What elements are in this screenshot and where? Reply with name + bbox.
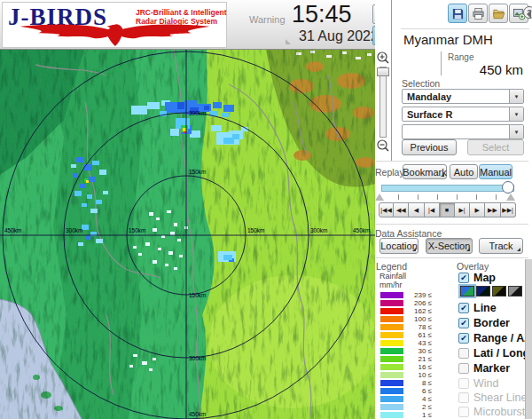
separator xyxy=(401,28,529,29)
checkbox xyxy=(458,392,469,403)
extra-dropdown[interactable]: ▼ xyxy=(402,124,524,139)
legend-row: 4 ≤ xyxy=(380,395,432,403)
overlay-item-microburst[interactable]: Microburst xyxy=(458,405,525,418)
slider-tick xyxy=(476,194,477,200)
selection-label: Selection xyxy=(402,78,440,89)
stop-button[interactable]: ■ xyxy=(440,202,455,217)
legend-unit-1: Rainfall xyxy=(379,272,406,281)
zoom-slider-track[interactable] xyxy=(379,67,387,138)
overlay-item-lati-long[interactable]: Lati / Long xyxy=(458,346,529,360)
map-style-dark-blue[interactable] xyxy=(476,286,490,296)
fast-rewind-button[interactable]: ◀◀ xyxy=(394,202,409,217)
previous-button[interactable]: Previous xyxy=(402,139,457,155)
slider-tick xyxy=(457,194,458,200)
separator xyxy=(376,161,528,162)
replay-slider-handle[interactable] xyxy=(502,181,514,194)
open-file-button[interactable] xyxy=(489,4,508,23)
fast-forward-button[interactable]: ▶▶ xyxy=(485,202,500,217)
svg-text:150km: 150km xyxy=(189,292,207,298)
track-button[interactable]: Track xyxy=(479,238,523,254)
legend-row: 78 ≤ xyxy=(380,323,432,331)
checkbox xyxy=(458,363,469,374)
map-style-terrain[interactable] xyxy=(460,286,474,296)
legend-row: 1 ≤ xyxy=(380,411,432,419)
svg-text:150km: 150km xyxy=(247,227,265,233)
slider-tick xyxy=(398,194,399,200)
range-label: Range xyxy=(448,52,473,62)
manual-button[interactable]: Manual xyxy=(479,164,512,179)
clock-date: 31 Aug 2022 xyxy=(299,28,379,44)
zoom-in-icon xyxy=(376,51,390,65)
svg-text:300km: 300km xyxy=(66,227,83,233)
svg-text:150km: 150km xyxy=(129,227,146,233)
save-button[interactable] xyxy=(448,4,467,23)
overlay-item-range-az[interactable]: Range / AZ xyxy=(458,331,531,344)
chevron-down-icon[interactable]: ▼ xyxy=(509,125,523,138)
legend-scale: 239 ≤ 206 ≤ 162 ≤ 100 ≤ 78 ≤ 61 ≤ 43 ≤ 3… xyxy=(380,291,432,419)
skip-end-button[interactable]: ▶▶| xyxy=(501,202,516,217)
zoom-out-button[interactable] xyxy=(376,138,390,153)
skip-start-button[interactable]: |◀◀ xyxy=(379,202,394,217)
step-back-button[interactable]: |◀ xyxy=(425,202,440,217)
legend-title: Legend xyxy=(376,261,407,272)
legend-row: 8 ≤ xyxy=(380,379,432,387)
station-title: Myanmar DMH xyxy=(403,32,493,47)
print-icon xyxy=(472,7,485,20)
play-button[interactable]: ▶ xyxy=(470,202,485,217)
slider-end-marker-icon xyxy=(506,194,515,201)
legend-row: 239 ≤ xyxy=(380,291,432,299)
product-dropdown[interactable]: Surface R ▼ xyxy=(402,107,524,122)
chevron-down-icon[interactable]: ▼ xyxy=(509,107,523,121)
radar-map-svg: 450km 300km 150km 150km 300km 450km 300k… xyxy=(0,49,375,419)
site-dropdown[interactable]: Mandalay ▼ xyxy=(402,89,524,104)
overlay-item-marker[interactable]: Marker xyxy=(458,361,510,375)
location-button[interactable]: Location xyxy=(379,238,419,254)
svg-text:300km: 300km xyxy=(310,227,328,233)
legend-row: 162 ≤ xyxy=(380,307,432,315)
replay-slider-track[interactable] xyxy=(381,185,514,192)
chevron-down-icon[interactable]: ▼ xyxy=(509,90,523,103)
playback-controls: |◀◀ ◀◀ ◀ |◀ ■ ▶| ▶ ▶▶ ▶▶| xyxy=(379,202,516,217)
checkbox xyxy=(458,273,469,283)
auto-button[interactable]: Auto xyxy=(450,164,478,179)
overlay-scrollbar[interactable] xyxy=(525,259,532,419)
radar-map-display[interactable]: 450km 300km 150km 150km 300km 450km 300k… xyxy=(0,49,376,419)
step-forward-button[interactable]: ▶| xyxy=(455,202,470,217)
legend-row: 16 ≤ xyxy=(380,363,432,371)
resize-grip-icon[interactable] xyxy=(286,39,291,44)
legend-row: 6 ≤ xyxy=(380,387,432,395)
map-style-dark-olive[interactable] xyxy=(492,286,506,296)
svg-text:300km: 300km xyxy=(189,110,207,116)
slider-tick xyxy=(496,194,497,200)
select-button[interactable]: Select xyxy=(467,139,524,155)
overlay-item-border[interactable]: Border xyxy=(458,316,510,329)
svg-text:300km: 300km xyxy=(189,355,207,361)
zoom-in-button[interactable] xyxy=(376,51,390,65)
slider-tick xyxy=(437,194,438,200)
slider-start-marker-icon xyxy=(375,194,384,201)
jbirds-logo: J-BIRDS JRC-Brilliant & Intelligent Rada… xyxy=(2,2,227,48)
print-button[interactable] xyxy=(468,4,488,23)
map-style-gray[interactable] xyxy=(508,286,522,296)
zoom-out-icon xyxy=(376,138,390,153)
checkbox xyxy=(458,378,469,389)
checkbox xyxy=(458,348,469,359)
checkbox xyxy=(458,333,469,344)
overlay-item-map[interactable]: Map xyxy=(458,271,496,284)
legend-unit-2: mm/hr xyxy=(379,281,403,289)
svg-text:450km: 450km xyxy=(189,411,207,417)
svg-text:150km: 150km xyxy=(189,169,207,175)
bookmark-button[interactable]: Bookmark xyxy=(403,164,447,179)
overlay-item-shear-line[interactable]: Shear Line xyxy=(458,391,527,404)
play-reverse-button[interactable]: ◀ xyxy=(409,202,424,217)
checkbox xyxy=(458,407,469,417)
zoom-slider-handle[interactable] xyxy=(377,67,389,76)
legend-row: 100 ≤ xyxy=(380,315,432,323)
overlay-item-line[interactable]: Line xyxy=(458,301,497,314)
panel-collapse-arrow-icon[interactable] xyxy=(527,10,531,19)
overlay-item-wind[interactable]: Wind xyxy=(458,376,498,390)
x-section-button[interactable]: X-Section xyxy=(426,238,473,254)
eagle-icon xyxy=(6,22,223,47)
range-divider xyxy=(441,51,442,75)
save-icon xyxy=(451,7,465,20)
